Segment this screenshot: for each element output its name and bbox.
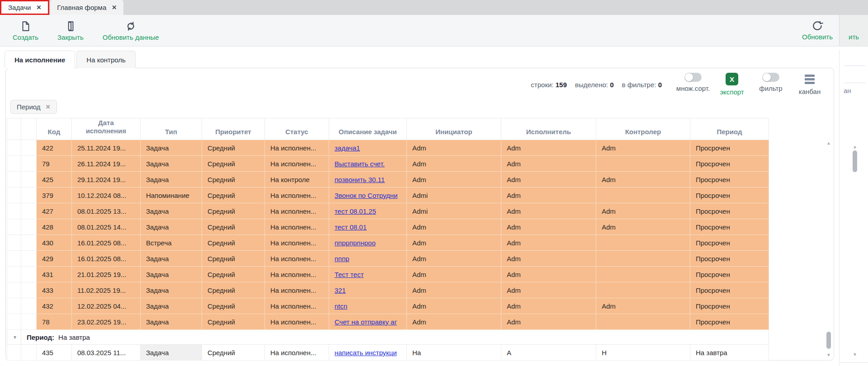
cell-initiator[interactable]: Adm (406, 251, 501, 267)
cell-date[interactable]: 12.02.2025 04... (71, 298, 140, 314)
cell-initiator[interactable]: Adm (406, 314, 501, 330)
cell-type[interactable]: Задача (140, 298, 202, 314)
task-link[interactable]: ппррпрпнроо (335, 239, 376, 247)
cell-initiator[interactable]: На (406, 345, 501, 361)
cell-executor[interactable]: Adm (501, 156, 596, 172)
column-header-description[interactable]: Описание задачи (329, 118, 406, 140)
cell-executor[interactable]: Adm (501, 282, 596, 298)
cell-controller[interactable]: Adm (596, 140, 690, 156)
multi-sort-toggle[interactable]: множ.сорт. (675, 73, 711, 96)
row-select-cell[interactable] (21, 140, 36, 156)
cell-date[interactable]: 08.01.2025 14... (71, 219, 140, 235)
cell-date[interactable]: 26.11.2024 19... (71, 156, 140, 172)
cell-type[interactable]: Задача (140, 172, 202, 188)
cell-date[interactable]: 11.02.2025 19... (71, 282, 140, 298)
cell-type[interactable]: Встреча (140, 235, 202, 251)
cell-code[interactable]: 435 (36, 345, 71, 361)
row-select-cell[interactable] (21, 203, 36, 219)
column-header-code[interactable]: Код (36, 118, 71, 140)
scroll-up-icon[interactable]: ▲ (826, 141, 832, 145)
cell-description[interactable]: Звонок по Сотрудни (329, 188, 406, 203)
toggle-off-icon[interactable] (762, 73, 779, 82)
task-link[interactable]: тест 08.01 (335, 223, 367, 231)
row-select-cell[interactable] (21, 282, 36, 298)
cell-executor[interactable]: Adm (501, 314, 596, 330)
row-select-cell[interactable] (7, 282, 21, 298)
export-excel-button[interactable]: X экспорт (714, 73, 750, 96)
cell-priority[interactable]: Средний (202, 314, 264, 330)
cell-initiator[interactable]: Admi (406, 188, 501, 203)
cell-period[interactable]: Просрочен (690, 156, 769, 172)
column-header-controller[interactable]: Контролер (596, 118, 690, 140)
cell-description[interactable]: пппр (329, 251, 406, 267)
cell-priority[interactable]: Средний (202, 282, 264, 298)
row-select-cell[interactable] (7, 219, 21, 235)
cell-controller[interactable]: Н (596, 345, 690, 361)
close-tab-icon[interactable]: ✕ (112, 4, 117, 11)
grouping-chip-period[interactable]: Период ✕ (10, 100, 57, 114)
cell-code[interactable]: 79 (36, 156, 71, 172)
table-row[interactable]: 7926.11.2024 19...ЗадачаСреднийНа исполн… (7, 156, 769, 172)
column-header-status[interactable]: Статус (264, 118, 329, 140)
row-select-cell[interactable] (21, 267, 36, 282)
table-row[interactable]: 43311.02.2025 19...ЗадачаСреднийНа испол… (7, 282, 769, 298)
tab-na-ispolnenie[interactable]: На исполнение (5, 51, 75, 68)
row-select-cell[interactable] (21, 314, 36, 330)
row-select-cell[interactable] (7, 172, 21, 188)
cell-priority[interactable]: Средний (202, 298, 264, 314)
cell-date[interactable]: 29.11.2024 19... (71, 172, 140, 188)
cell-priority[interactable]: Средний (202, 188, 264, 203)
refresh-button[interactable]: Обновить (802, 20, 833, 41)
cell-controller[interactable] (596, 235, 690, 251)
cell-period[interactable]: Просрочен (690, 203, 769, 219)
cell-controller[interactable] (596, 282, 690, 298)
cell-priority[interactable]: Средний (202, 172, 264, 188)
row-select-cell[interactable] (21, 298, 36, 314)
cell-description[interactable]: тест 08.01 (329, 219, 406, 235)
row-select-cell[interactable] (21, 188, 36, 203)
cell-initiator[interactable]: Adm (406, 156, 501, 172)
cell-executor[interactable]: Adm (501, 219, 596, 235)
cell-type[interactable]: Задача (140, 314, 202, 330)
cell-type[interactable]: Задача (140, 156, 202, 172)
scroll-up-icon[interactable]: ▲ (852, 144, 858, 149)
refresh-data-button[interactable]: Обновить данные (103, 20, 159, 41)
column-header-period[interactable]: Период (690, 118, 769, 140)
cell-executor[interactable]: Adm (501, 188, 596, 203)
task-link[interactable]: тест 08.01.25 (335, 207, 376, 215)
table-row[interactable]: 7823.02.2025 19...ЗадачаСреднийНа исполн… (7, 314, 769, 330)
scroll-down-icon[interactable]: ▼ (852, 352, 858, 357)
table-vertical-scrollbar[interactable]: ▲ ▼ (826, 141, 832, 357)
table-row[interactable]: 42529.11.2024 19...ЗадачаСреднийНа контр… (7, 172, 769, 188)
cell-executor[interactable]: Adm (501, 251, 596, 267)
cell-executor[interactable]: Adm (501, 172, 596, 188)
cell-code[interactable]: 427 (36, 203, 71, 219)
cell-type[interactable]: Задача (140, 267, 202, 282)
group-collapse-icon[interactable]: ▼ (13, 335, 17, 340)
row-select-cell[interactable] (7, 251, 21, 267)
cell-initiator[interactable]: Adm (406, 235, 501, 251)
cell-type[interactable]: Задача (140, 251, 202, 267)
column-header-type[interactable]: Тип (140, 118, 202, 140)
row-select-cell[interactable] (21, 156, 36, 172)
cell-status[interactable]: На исполнен... (264, 251, 329, 267)
cell-initiator[interactable]: Admi (406, 203, 501, 219)
cell-date[interactable]: 16.01.2025 08... (71, 235, 140, 251)
close-form-button[interactable]: Закрыть (57, 20, 84, 41)
table-row[interactable]: 42708.01.2025 13...ЗадачаСреднийНа испол… (7, 203, 769, 219)
cell-description[interactable]: написать инструкци (329, 345, 406, 361)
cell-code[interactable]: 422 (36, 140, 71, 156)
cell-code[interactable]: 428 (36, 219, 71, 235)
cell-status[interactable]: На исполнен... (264, 140, 329, 156)
cell-status[interactable]: На исполнен... (264, 282, 329, 298)
cell-date[interactable]: 23.02.2025 19... (71, 314, 140, 330)
row-select-cell[interactable] (21, 172, 36, 188)
row-select-cell[interactable] (7, 314, 21, 330)
table-row[interactable]: 42916.01.2025 08...ЗадачаСреднийНа испол… (7, 251, 769, 267)
cell-initiator[interactable]: Adm (406, 140, 501, 156)
table-row[interactable]: 42225.11.2024 19...ЗадачаСреднийНа испол… (7, 140, 769, 156)
kanban-view-button[interactable]: канбан (792, 73, 827, 96)
cell-type[interactable]: Задача (140, 282, 202, 298)
cell-date[interactable]: 08.03.2025 11... (71, 345, 140, 361)
row-select-cell[interactable] (7, 188, 21, 203)
